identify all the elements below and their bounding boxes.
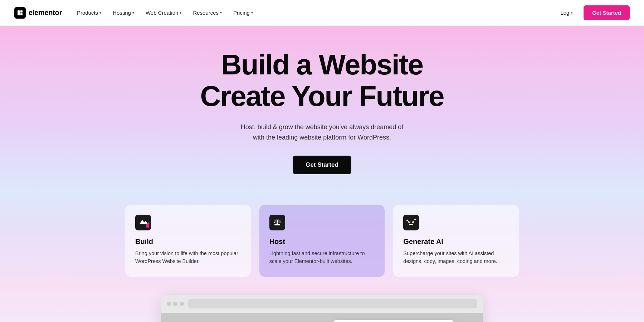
- browser-window: Visitor Traffic August 15 2024 Visitors …: [161, 295, 483, 322]
- chevron-down-icon: ▾: [132, 11, 134, 15]
- browser-content: Visitor Traffic August 15 2024 Visitors …: [161, 313, 483, 322]
- logo-text: elementor: [29, 9, 62, 17]
- navbar: elementor Products ▾ Hosting ▾ Web Creat…: [0, 0, 644, 26]
- nav-menu: Products ▾ Hosting ▾ Web Creation ▾ Reso…: [72, 7, 258, 19]
- nav-item-hosting[interactable]: Hosting ▾: [108, 7, 139, 19]
- navbar-left: elementor Products ▾ Hosting ▾ Web Creat…: [14, 7, 258, 19]
- chevron-down-icon: ▾: [251, 11, 253, 15]
- features-grid: Build Bring your vision to life with the…: [125, 205, 519, 277]
- svg-rect-3: [20, 13, 23, 15]
- nav-item-products[interactable]: Products ▾: [72, 7, 106, 19]
- visitor-traffic-card: Visitor Traffic August 15 2024 Visitors …: [333, 320, 454, 322]
- ai-icon: [403, 215, 420, 232]
- browser-url-bar[interactable]: [188, 299, 477, 308]
- svg-point-13: [413, 221, 414, 223]
- browser-dot-green: [180, 302, 184, 306]
- svg-rect-2: [20, 10, 23, 13]
- feature-ai-desc: Supercharge your sites with AI assisted …: [403, 249, 509, 265]
- hero-subtitle: Host, build & grow the website you've al…: [241, 122, 404, 143]
- feature-card-build: Build Bring your vision to life with the…: [125, 205, 251, 277]
- browser-bar: [161, 295, 483, 313]
- logo-icon: [14, 7, 26, 19]
- svg-rect-0: [16, 9, 24, 17]
- navbar-right: Login Get Started: [556, 5, 630, 20]
- logo[interactable]: elementor: [14, 7, 62, 19]
- feature-card-host: Host Lightning fast and secure infrastru…: [259, 205, 385, 277]
- feature-host-title: Host: [269, 238, 375, 246]
- nav-item-resources[interactable]: Resources ▾: [188, 7, 227, 19]
- build-icon: [135, 215, 152, 232]
- chevron-down-icon: ▾: [220, 11, 222, 15]
- login-button[interactable]: Login: [556, 7, 578, 19]
- chevron-down-icon: ▾: [180, 11, 181, 15]
- get-started-hero-button[interactable]: Get Started: [293, 156, 351, 174]
- feature-build-title: Build: [135, 238, 241, 246]
- browser-dot-yellow: [173, 302, 177, 306]
- browser-section: Visitor Traffic August 15 2024 Visitors …: [0, 284, 644, 322]
- chevron-down-icon: ▾: [99, 11, 101, 15]
- hero-section: Build a Website Create Your Future Host,…: [0, 26, 644, 190]
- feature-ai-title: Generate AI: [403, 238, 509, 246]
- nav-item-pricing[interactable]: Pricing ▾: [228, 7, 258, 19]
- browser-dot-red: [167, 302, 171, 306]
- get-started-nav-button[interactable]: Get Started: [584, 5, 630, 20]
- svg-rect-1: [18, 10, 20, 15]
- feature-card-ai: Generate AI Supercharge your sites with …: [393, 205, 519, 277]
- browser-dots: [167, 302, 184, 306]
- features-section: Build Bring your vision to life with the…: [0, 190, 644, 284]
- hero-title: Build a Website Create Your Future: [200, 49, 444, 112]
- nav-item-web-creation[interactable]: Web Creation ▾: [141, 7, 186, 19]
- host-icon: [269, 215, 287, 232]
- feature-build-desc: Bring your vision to life with the most …: [135, 249, 241, 265]
- feature-host-desc: Lightning fast and secure infrastructure…: [269, 249, 375, 265]
- svg-point-12: [409, 221, 410, 223]
